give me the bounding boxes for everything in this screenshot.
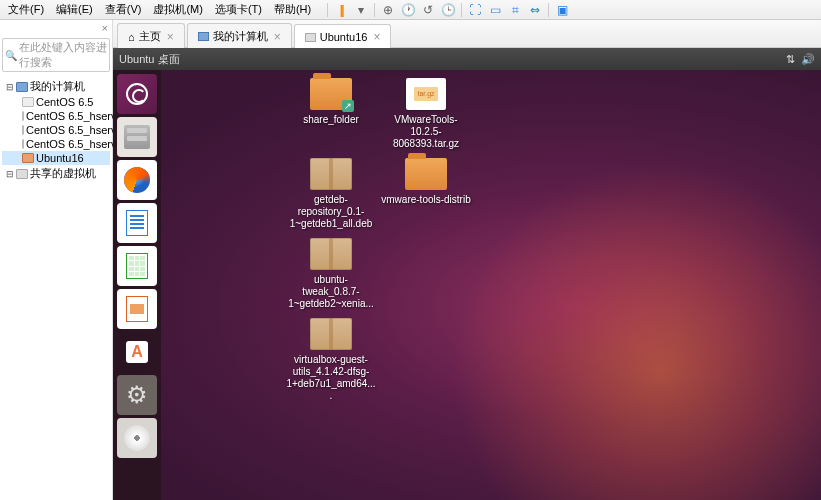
tab-mypc[interactable]: 我的计算机× [187,23,292,48]
tree-root-shared[interactable]: ⊟ 共享的虚拟机 [2,165,110,182]
console-icon[interactable]: ⌗ [508,3,522,17]
menu-edit[interactable]: 编辑(E) [52,2,97,17]
tree-label: CentOS 6.5 [36,96,93,108]
vm-window: Ubuntu 桌面 ⇅🔊 ⚙ share_foldertar.gzVMwareT… [113,48,821,500]
icon-label: ubuntu-tweak_0.8.7-1~getdeb2~xenia... [286,274,376,310]
revert-icon[interactable]: ↺ [421,3,435,17]
launcher-settings[interactable]: ⚙ [117,375,157,415]
ubuntu-desktop[interactable]: ⚙ share_foldertar.gzVMwareTools-10.2.5-8… [113,70,821,500]
launcher-files[interactable] [117,117,157,157]
close-icon[interactable]: × [167,30,174,44]
folder-icon [310,78,352,110]
snapshot-icon[interactable]: ⊕ [381,3,395,17]
launcher-dash[interactable] [117,74,157,114]
vm-title: Ubuntu 桌面 [119,52,180,67]
tab-label: 我的计算机 [213,29,268,44]
tree-item-centos[interactable]: CentOS 6.5 [2,95,110,109]
icon-label: vmware-tools-distrib [381,194,471,206]
desktop-icon[interactable]: share_folder [286,78,376,126]
tab-ubuntu[interactable]: Ubuntu16× [294,24,392,48]
desktop-icon[interactable]: ubuntu-tweak_0.8.7-1~getdeb2~xenia... [286,238,376,310]
app-menubar: 文件(F) 编辑(E) 查看(V) 虚拟机(M) 选项卡(T) 帮助(H) ||… [0,0,821,20]
collapse-icon[interactable]: ⊟ [6,169,14,179]
tab-label: Ubuntu16 [320,31,368,43]
close-icon[interactable]: × [274,30,281,44]
vm-icon [22,97,34,107]
launcher-software[interactable] [117,332,157,372]
dvd-icon [124,425,150,451]
tree-item-centos2[interactable]: CentOS 6.5_hserver2 [2,109,110,123]
collapse-icon[interactable]: ⊟ [6,82,14,92]
unity-icon[interactable]: ▭ [488,3,502,17]
fullscreen-icon[interactable]: ⛶ [468,3,482,17]
vm-icon [22,111,24,121]
vm-titlebar: Ubuntu 桌面 ⇅🔊 [113,48,821,70]
launcher-dvd[interactable] [117,418,157,458]
shared-icon [16,169,28,179]
software-icon [126,341,148,363]
menu-view[interactable]: 查看(V) [101,2,146,17]
launcher-impress[interactable] [117,289,157,329]
vm-tree: ⊟ 我的计算机 CentOS 6.5 CentOS 6.5_hserver2 C… [0,74,112,186]
speaker-icon[interactable]: 🔊 [801,53,815,66]
tree-item-ubuntu[interactable]: Ubuntu16 [2,151,110,165]
icon-label: VMwareTools-10.2.5-8068393.tar.gz [381,114,471,150]
tree-label: 我的计算机 [30,79,85,94]
sidebar-close-icon[interactable]: × [0,20,112,36]
tab-bar: ⌂主页× 我的计算机× Ubuntu16× [113,20,821,48]
icon-label: share_folder [286,114,376,126]
tree-label: Ubuntu16 [36,152,84,164]
icon-label: getdeb-repository_0.1-1~getdeb1_all.deb [286,194,376,230]
close-icon[interactable]: × [373,30,380,44]
desktop-icons-area: share_foldertar.gzVMwareTools-10.2.5-806… [171,78,821,500]
vm-icon [22,139,24,149]
separator [374,3,375,17]
pc-icon [198,32,209,41]
home-icon: ⌂ [128,31,135,43]
vm-icon [305,33,316,42]
archive-icon: tar.gz [406,78,446,110]
tree-item-centos1[interactable]: CentOS 6.5_hserver1 [2,137,110,151]
tab-home[interactable]: ⌂主页× [117,23,185,48]
tree-label: 共享的虚拟机 [30,166,96,181]
launcher-writer[interactable] [117,203,157,243]
vm-icon [22,153,34,163]
sidebar-search-input[interactable]: 在此处键入内容进行搜索 [2,38,110,72]
menu-file[interactable]: 文件(F) [4,2,48,17]
sidebar: × 在此处键入内容进行搜索 ⊟ 我的计算机 CentOS 6.5 CentOS … [0,20,113,500]
tree-item-centos3[interactable]: CentOS 6.5_hserver3 [2,123,110,137]
writer-icon [126,210,148,236]
desktop-icon[interactable]: tar.gzVMwareTools-10.2.5-8068393.tar.gz [381,78,471,150]
menu-vm[interactable]: 虚拟机(M) [149,2,207,17]
launcher-calc[interactable] [117,246,157,286]
menu-help[interactable]: 帮助(H) [270,2,315,17]
desktop-icon[interactable]: vmware-tools-distrib [381,158,471,206]
icon-label: virtualbox-guest-utils_4.1.42-dfsg-1+deb… [286,354,376,402]
separator [461,3,462,17]
stretch-icon[interactable]: ⇔ [528,3,542,17]
desktop-icon[interactable]: getdeb-repository_0.1-1~getdeb1_all.deb [286,158,376,230]
menu-tabs[interactable]: 选项卡(T) [211,2,266,17]
vm-icon [22,125,24,135]
impress-icon [126,296,148,322]
launcher-firefox[interactable] [117,160,157,200]
folder-icon [405,158,447,190]
unity-launcher: ⚙ [113,70,161,500]
network-icon[interactable]: ⇅ [786,53,795,66]
firefox-icon [124,167,150,193]
dropdown-icon[interactable]: ▾ [354,3,368,17]
separator [548,3,549,17]
library-icon[interactable]: ▣ [555,3,569,17]
calc-icon [126,253,148,279]
separator [327,3,328,17]
clock-icon[interactable]: 🕐 [401,3,415,17]
package-icon [310,158,352,190]
manage-icon[interactable]: 🕒 [441,3,455,17]
package-icon [310,318,352,350]
files-icon [124,125,150,149]
tree-root-mypc[interactable]: ⊟ 我的计算机 [2,78,110,95]
tab-label: 主页 [139,29,161,44]
pause-icon[interactable]: || [334,3,348,17]
main-panel: ⌂主页× 我的计算机× Ubuntu16× Ubuntu 桌面 ⇅🔊 ⚙ [113,20,821,500]
desktop-icon[interactable]: virtualbox-guest-utils_4.1.42-dfsg-1+deb… [286,318,376,402]
